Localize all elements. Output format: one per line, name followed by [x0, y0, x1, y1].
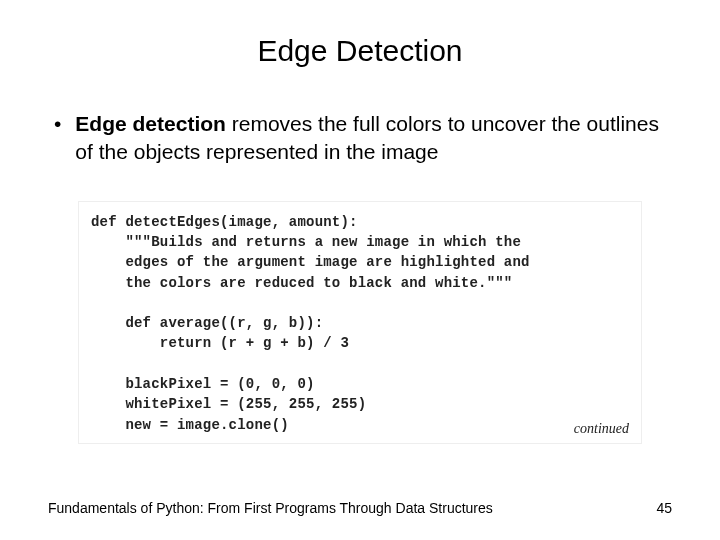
code-line: """Builds and returns a new image in whi… [91, 234, 521, 250]
code-line: def average((r, g, b)): [91, 315, 323, 331]
code-figure: def detectEdges(image, amount): """Build… [78, 201, 642, 444]
slide-footer: Fundamentals of Python: From First Progr… [48, 500, 672, 516]
code-line: blackPixel = (0, 0, 0) [91, 376, 315, 392]
code-line: def detectEdges(image, amount): [91, 214, 358, 230]
code-line: edges of the argument image are highligh… [91, 254, 530, 270]
bullet-dot-icon: • [54, 110, 61, 138]
bullet-text: Edge detection removes the full colors t… [75, 110, 662, 167]
page-number: 45 [656, 500, 672, 516]
bullet-item: • Edge detection removes the full colors… [48, 110, 672, 167]
bullet-bold: Edge detection [75, 112, 226, 135]
slide-title: Edge Detection [48, 34, 672, 68]
code-line: whitePixel = (255, 255, 255) [91, 396, 366, 412]
footer-text: Fundamentals of Python: From First Progr… [48, 500, 493, 516]
code-line: new = image.clone() [91, 417, 289, 433]
code-line: return (r + g + b) / 3 [91, 335, 349, 351]
code-block: def detectEdges(image, amount): """Build… [91, 212, 629, 435]
continued-label: continued [574, 421, 629, 437]
slide: Edge Detection • Edge detection removes … [0, 0, 720, 540]
code-line: the colors are reduced to black and whit… [91, 275, 512, 291]
